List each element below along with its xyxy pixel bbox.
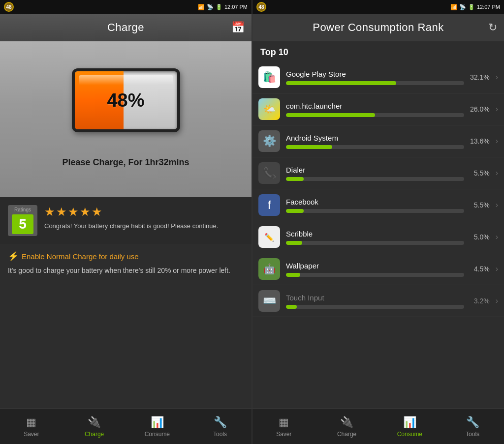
app-item-launcher[interactable]: 🌤️ com.htc.launcher 26.0% › — [252, 93, 504, 125]
battery-terminal — [178, 90, 180, 110]
app-item-dialer[interactable]: 📞 Dialer 5.5% › — [252, 157, 504, 189]
app-info-launcher: com.htc.launcher — [286, 102, 464, 117]
app-bar-fill-scribble — [286, 241, 302, 245]
app-item-android-system[interactable]: ⚙️ Android System 13.6% › — [252, 125, 504, 157]
battery-body: 48% — [72, 68, 180, 132]
nav-saver-left[interactable]: ▦ Saver — [0, 409, 63, 444]
saver-label-r: Saver — [276, 431, 291, 438]
nav-charge-left[interactable]: 🔌 Charge — [63, 409, 126, 444]
time-display-r: 12:07 PM — [477, 4, 500, 10]
battery-percent-label: 48% — [107, 90, 144, 111]
app-percent-dialer: 5.5% — [470, 169, 490, 177]
battery-graphic: 48% — [62, 56, 190, 145]
ratings-info: ★★★★★ Congrats! Your battery charge habi… — [44, 205, 244, 231]
app-percent-launcher: 26.0% — [470, 105, 490, 113]
consume-label: Consume — [145, 431, 170, 438]
nav-tools-left[interactable]: 🔧 Tools — [189, 409, 252, 444]
chevron-dialer: › — [496, 169, 498, 178]
app-icon-playstore: 🛍️ — [258, 66, 280, 88]
app-item-playstore[interactable]: 🛍️ Google Play Store 32.1% › — [252, 61, 504, 93]
app-percent-facebook: 5.5% — [470, 201, 490, 209]
app-name-dialer: Dialer — [286, 166, 464, 174]
app-name-touch: Touch Input — [286, 294, 464, 302]
left-header-title: Charge — [107, 21, 144, 34]
consume-label-r: Consume — [397, 431, 422, 438]
app-percent-wallpaper: 4.5% — [470, 265, 490, 273]
app-bar-fill-launcher — [286, 113, 375, 117]
app-item-touch[interactable]: ⌨️ Touch Input 3.2% › — [252, 285, 504, 317]
right-panel: 48 📶 📡 🔋 12:07 PM Power Consumption Rank… — [252, 0, 504, 444]
app-icon-android-system: ⚙️ — [258, 130, 280, 152]
app-bar-fill-dialer — [286, 177, 304, 181]
nav-tools-right[interactable]: 🔧 Tools — [441, 409, 504, 444]
consume-icon: 📊 — [151, 416, 164, 429]
app-bar-track-playstore — [286, 81, 464, 85]
app-info-scribble: Scribble — [286, 230, 464, 245]
ratings-stars: ★★★★★ — [44, 205, 244, 219]
chevron-touch: › — [496, 296, 498, 305]
app-percent-touch: 3.2% — [470, 297, 490, 305]
calendar-icon[interactable]: 📅 — [231, 21, 245, 34]
status-bar-right: 48 📶 📡 🔋 12:07 PM — [252, 0, 504, 14]
ratings-box: Ratings 5 — [8, 205, 37, 236]
app-icon-dialer: 📞 — [258, 162, 280, 184]
saver-icon: ▦ — [26, 416, 36, 429]
status-right-right: 📶 📡 🔋 12:07 PM — [450, 4, 500, 10]
app-bar-track-android-system — [286, 145, 464, 149]
battery-status-icon: 🔋 — [216, 4, 222, 10]
left-content-area: 48% Please Charge, For 1hr32mins — [0, 41, 252, 197]
signal-icon-r: 📶 — [450, 4, 457, 10]
app-icon-launcher: 🌤️ — [258, 98, 280, 120]
nav-consume-left[interactable]: 📊 Consume — [126, 409, 189, 444]
left-bottom-nav: ▦ Saver 🔌 Charge 📊 Consume 🔧 Tools — [0, 409, 252, 444]
wifi-icon: 📡 — [207, 4, 214, 10]
nav-saver-right[interactable]: ▦ Saver — [252, 409, 315, 444]
nav-charge-right[interactable]: 🔌 Charge — [315, 409, 378, 444]
chevron-facebook: › — [496, 201, 498, 209]
tools-icon: 🔧 — [214, 416, 227, 429]
ratings-label: Ratings — [14, 207, 31, 212]
tools-label: Tools — [213, 431, 227, 438]
app-bar-fill-android-system — [286, 145, 332, 149]
right-content-area: Top 10 🛍️ Google Play Store 32.1% › 🌤️ c… — [252, 41, 504, 409]
app-item-facebook[interactable]: f Facebook 5.5% › — [252, 189, 504, 221]
ratings-text: Congrats! Your battery charge habit is g… — [44, 222, 244, 231]
app-bar-track-dialer — [286, 177, 464, 181]
app-icon-touch: ⌨️ — [258, 290, 280, 312]
right-bottom-nav: ▦ Saver 🔌 Charge 📊 Consume 🔧 Tools — [252, 409, 504, 444]
ratings-score: 5 — [12, 214, 33, 234]
status-left: 48 — [4, 2, 14, 12]
chevron-scribble: › — [496, 233, 498, 241]
status-right: 📶 📡 🔋 12:07 PM — [198, 4, 248, 10]
charge-icon-r: 🔌 — [340, 416, 353, 429]
app-icon-facebook: f — [258, 194, 280, 216]
charge-label: Charge — [85, 431, 104, 438]
notification-badge: 48 — [4, 2, 14, 12]
nav-consume-right[interactable]: 📊 Consume — [378, 409, 441, 444]
status-left-right: 48 — [256, 2, 266, 12]
app-bar-fill-facebook — [286, 209, 304, 213]
tools-label-r: Tools — [466, 431, 479, 438]
signal-icon: 📶 — [198, 4, 205, 10]
app-icon-scribble: ✏️ — [258, 226, 280, 248]
app-name-launcher: com.htc.launcher — [286, 102, 464, 110]
right-header: Power Consumption Rank ↻ — [252, 14, 504, 41]
refresh-icon[interactable]: ↻ — [488, 21, 497, 34]
consume-icon-r: 📊 — [403, 416, 416, 429]
ratings-section: Ratings 5 ★★★★★ Congrats! Your battery c… — [0, 197, 252, 244]
app-bar-track-facebook — [286, 209, 464, 213]
app-name-wallpaper: Wallpaper — [286, 262, 464, 270]
app-bar-track-launcher — [286, 113, 464, 117]
tip-section: ⚡ Enable Normal Charge for daily use It'… — [0, 244, 252, 409]
chevron-launcher: › — [496, 105, 498, 114]
app-info-dialer: Dialer — [286, 166, 464, 181]
app-item-scribble[interactable]: ✏️ Scribble 5.0% › — [252, 221, 504, 253]
chevron-playstore: › — [496, 73, 498, 82]
app-percent-playstore: 32.1% — [470, 73, 490, 81]
app-name-scribble: Scribble — [286, 230, 464, 238]
right-header-title: Power Consumption Rank — [313, 21, 444, 34]
tip-title[interactable]: ⚡ Enable Normal Charge for daily use — [8, 251, 244, 262]
status-bar-left: 48 📶 📡 🔋 12:07 PM — [0, 0, 252, 14]
app-icon-wallpaper: 🤖 — [258, 258, 280, 280]
app-item-wallpaper[interactable]: 🤖 Wallpaper 4.5% › — [252, 253, 504, 285]
